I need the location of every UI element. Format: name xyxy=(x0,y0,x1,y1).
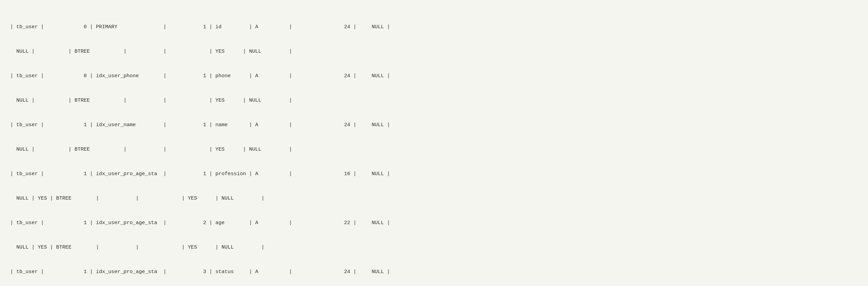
data-row-1b: NULL | | BTREE | | | YES | NULL | xyxy=(10,48,858,56)
data-row-2: | tb_user | 0 | idx_user_phone | 1 | pho… xyxy=(10,72,858,80)
data-row-5: | tb_user | 1 | idx_user_pro_age_sta | 2… xyxy=(10,219,858,227)
data-row-5b: NULL | YES | BTREE | | | YES | NULL | xyxy=(10,243,858,252)
data-row-2b: NULL | | BTREE | | | YES | NULL | xyxy=(10,97,858,105)
data-row-3: | tb_user | 1 | idx_user_name | 1 | name… xyxy=(10,121,858,129)
data-row-1: | tb_user | 0 | PRIMARY | 1 | id | A | 2… xyxy=(10,23,858,31)
data-row-4: | tb_user | 1 | idx_user_pro_age_sta | 1… xyxy=(10,170,858,178)
data-row-4b: NULL | YES | BTREE | | | YES | NULL | xyxy=(10,195,858,203)
data-row-3b: NULL | | BTREE | | | YES | NULL | xyxy=(10,146,858,154)
data-row-6: | tb_user | 1 | idx_user_pro_age_sta | 3… xyxy=(10,268,858,276)
terminal-output: | tb_user | 0 | PRIMARY | 1 | id | A | 2… xyxy=(7,3,861,286)
